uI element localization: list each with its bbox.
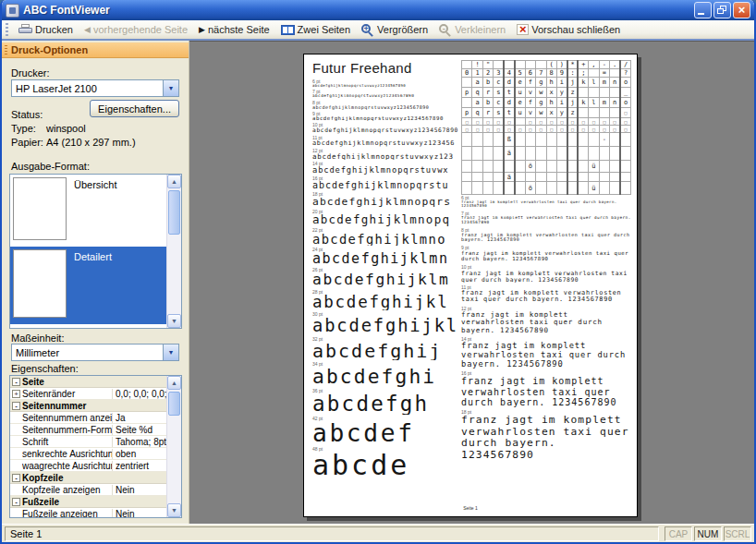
property-name: Seitennummer: [22, 401, 166, 411]
scrollbar-thumb[interactable]: [168, 190, 180, 235]
specimen-row: 28 ptabcdefghijkl: [312, 289, 462, 311]
char-cell: =: [599, 69, 609, 78]
pangram-row: 12 ptfranz jagt im komplett verwahrloste…: [461, 306, 633, 334]
char-cell: ä: [504, 173, 514, 182]
panel-grip[interactable]: [5, 45, 7, 55]
close-preview-button[interactable]: × Vorschau schließen: [512, 21, 625, 39]
char-cell: □: [525, 118, 535, 126]
grid-scrollbar[interactable]: ▲ ▼: [166, 376, 181, 517]
printer-label: Drucker:: [11, 67, 50, 79]
close-icon: ×: [734, 3, 750, 18]
property-row[interactable]: waagrechte Ausrichtungzentriert: [10, 460, 166, 472]
specimen-text: abcde: [312, 452, 462, 480]
char-cell: [536, 182, 546, 195]
char-cell: [494, 161, 504, 173]
property-row[interactable]: -Seitennummer: [10, 400, 166, 412]
unit-select[interactable]: Millimeter ▼: [11, 344, 179, 361]
property-row[interactable]: -Kopfzeile: [10, 472, 166, 484]
expander-spacer: [12, 486, 20, 494]
scroll-down-icon[interactable]: ▼: [167, 314, 181, 328]
property-row[interactable]: -Seite: [10, 376, 166, 388]
printer-select[interactable]: HP LaserJet 2100 ▼: [11, 79, 179, 97]
char-table-row: ä: [462, 173, 631, 182]
char-cell: [504, 182, 514, 195]
previous-page-label: vorhergehende Seite: [93, 24, 188, 35]
expander-icon[interactable]: +: [12, 390, 20, 398]
specimen-text: abcdef: [312, 421, 462, 446]
two-pages-button[interactable]: Zwei Seiten: [276, 21, 355, 39]
char-cell: □: [589, 118, 599, 126]
char-cell: [610, 147, 620, 161]
char-cell: s: [494, 88, 504, 98]
list-scrollbar[interactable]: ▲ ▼: [166, 175, 181, 328]
chevron-down-icon[interactable]: ▼: [163, 80, 178, 96]
toolbar-grip[interactable]: [6, 23, 8, 36]
char-cell: r: [482, 108, 493, 118]
status-bar: Seite 1 CAP NUM SCRL: [2, 524, 754, 542]
char-cell: x: [546, 88, 556, 98]
property-row[interactable]: Fußzeile anzeigenNein: [10, 508, 166, 517]
char-cell: [525, 173, 535, 182]
property-row[interactable]: Kopfzeile anzeigenNein: [10, 484, 166, 496]
specimen-row: 34 ptabcdefghi: [312, 361, 462, 387]
char-cell: y: [556, 88, 567, 98]
char-cell: [462, 173, 472, 182]
expander-icon[interactable]: -: [12, 498, 20, 506]
specimen-row: 20 ptabcdefghijklmnopq: [312, 209, 462, 226]
char-cell: u: [515, 108, 525, 118]
char-cell: [462, 98, 472, 108]
char-cell: c: [494, 78, 504, 88]
property-row[interactable]: Seitennummern-FormatSeite %d: [10, 424, 166, 436]
property-row[interactable]: -Fußzeile: [10, 496, 166, 508]
page-footer: Seite 1: [304, 505, 637, 511]
char-cell: [494, 133, 504, 147]
properties-button[interactable]: Eigenschaften...: [90, 100, 179, 117]
type-value: winspool: [46, 123, 86, 134]
caps-lock-indicator: CAP: [665, 526, 692, 541]
char-cell: [515, 182, 525, 195]
char-cell: z: [567, 108, 578, 118]
property-row[interactable]: senkrechte Ausrichtungoben: [10, 448, 166, 460]
unit-label: Maßeinheit:: [11, 332, 64, 344]
property-name: waagrechte Ausrichtung: [22, 461, 112, 471]
char-cell: □: [504, 118, 514, 126]
char-cell: □: [578, 118, 588, 126]
property-value: Nein: [112, 485, 166, 495]
scroll-up-icon[interactable]: ▲: [167, 175, 181, 188]
char-cell: 0: [462, 69, 472, 78]
scroll-up-icon[interactable]: ▲: [167, 376, 181, 390]
property-value: Seite %d: [112, 425, 166, 435]
expander-icon[interactable]: -: [12, 402, 20, 410]
minimize-button[interactable]: [694, 2, 712, 18]
specimen-text: abcdefghijklmnopqrstuvwxyz123: [312, 153, 462, 161]
close-button[interactable]: ×: [733, 2, 750, 18]
restore-button[interactable]: [713, 2, 731, 18]
pangram-row: 8 ptfranz jagt im komplett verwahrlosten…: [461, 227, 633, 243]
scrollbar-thumb[interactable]: [168, 392, 180, 416]
scroll-down-icon[interactable]: ▼: [167, 503, 181, 517]
next-page-button[interactable]: ▶ nächste Seite: [194, 21, 274, 39]
char-cell: p: [462, 108, 472, 118]
char-cell: d: [504, 78, 514, 88]
char-table-row: abcdefghijklmno: [462, 98, 631, 108]
expander-icon[interactable]: -: [12, 378, 20, 386]
property-row[interactable]: Seitennummern anzeigenJa: [10, 412, 166, 424]
specimen-row: 10 ptabcdefghijklmnopqrstuvwxyz123456789…: [312, 122, 462, 133]
print-button[interactable]: Drucken: [14, 21, 78, 39]
char-cell: [482, 173, 493, 182]
format-item-overview[interactable]: Übersicht: [10, 175, 166, 247]
char-cell: 6: [525, 69, 535, 78]
pangram-text: franz jagt im komplett verwahrlosten tax…: [461, 200, 633, 209]
expander-icon[interactable]: -: [12, 474, 20, 482]
property-row[interactable]: +Seitenränder0,0; 0,0; 0,0;: [10, 388, 166, 400]
char-cell: □: [620, 108, 630, 118]
format-item-detailed[interactable]: Detailert: [10, 247, 166, 324]
property-row[interactable]: SchriftTahoma; 8pt: [10, 436, 166, 448]
char-cell: ,: [589, 61, 599, 69]
chevron-down-icon[interactable]: ▼: [163, 345, 178, 360]
title-bar[interactable]: ABC FontViewer ×: [2, 0, 754, 20]
zoom-in-button[interactable]: + Vergrößern: [357, 21, 433, 39]
char-cell: _: [620, 88, 630, 98]
specimen-text: abcdefghijklmnopqrstuvwxyz1234567890: [312, 94, 462, 98]
expander-spacer: [12, 462, 20, 470]
